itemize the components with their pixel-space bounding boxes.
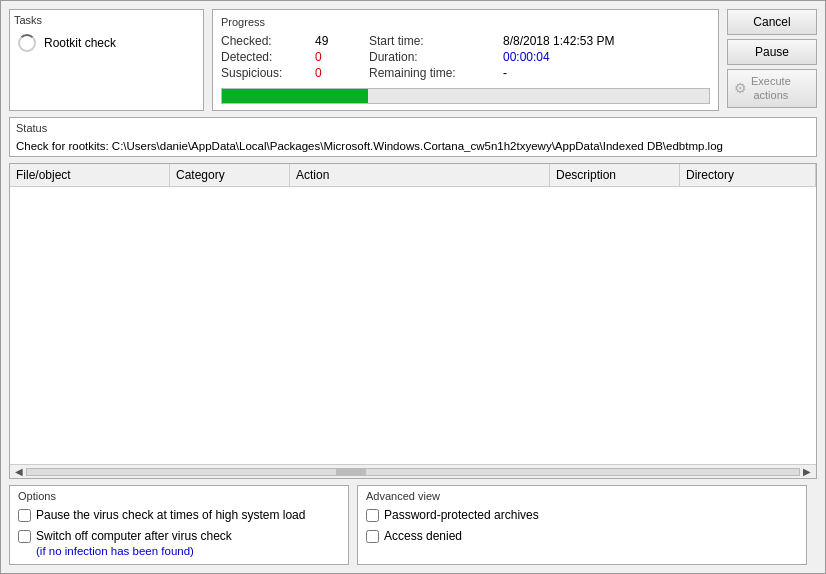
main-window: Tasks Rootkit check Progress Checked: 49…	[0, 0, 826, 574]
col-description: Description	[550, 164, 680, 186]
option-pause-checkbox[interactable]	[18, 509, 31, 522]
option-switchoff-sub: (if no infection has been found)	[36, 545, 194, 557]
detected-label: Detected:	[221, 50, 311, 64]
table-header: File/object Category Action Description …	[10, 164, 816, 187]
start-label: Start time:	[369, 34, 499, 48]
option-pause-label: Pause the virus check at times of high s…	[36, 508, 305, 524]
scroll-right-icon[interactable]: ▶	[800, 466, 814, 477]
top-section: Tasks Rootkit check Progress Checked: 49…	[9, 9, 817, 111]
table-section: File/object Category Action Description …	[9, 163, 817, 479]
buttons-panel: Cancel Pause ⚙ Executeactions	[727, 9, 817, 111]
progress-grid: Checked: 49 Start time: 8/8/2018 1:42:53…	[221, 34, 710, 80]
advanced-archives-checkbox[interactable]	[366, 509, 379, 522]
col-file: File/object	[10, 164, 170, 186]
advanced-archives-row: Password-protected archives	[366, 508, 798, 524]
scroll-track[interactable]	[26, 468, 800, 476]
bottom-section: Options Pause the virus check at times o…	[9, 485, 817, 565]
remaining-value: -	[503, 66, 710, 80]
progress-panel: Progress Checked: 49 Start time: 8/8/201…	[212, 9, 719, 111]
task-name: Rootkit check	[44, 36, 116, 50]
task-spinner-icon	[18, 34, 36, 52]
col-action: Action	[290, 164, 550, 186]
execute-actions-button[interactable]: ⚙ Executeactions	[727, 69, 817, 108]
advanced-archives-label: Password-protected archives	[384, 508, 539, 524]
remaining-label: Remaining time:	[369, 66, 499, 80]
option-switchoff-row: Switch off computer after virus check (i…	[18, 529, 340, 560]
pause-button[interactable]: Pause	[727, 39, 817, 65]
status-label: Status	[16, 122, 810, 134]
option-pause-row: Pause the virus check at times of high s…	[18, 508, 340, 524]
detected-value: 0	[315, 50, 365, 64]
table-body	[10, 187, 816, 464]
option-switchoff-checkbox[interactable]	[18, 530, 31, 543]
tasks-label: Tasks	[14, 14, 199, 26]
start-value: 8/8/2018 1:42:53 PM	[503, 34, 710, 48]
cancel-button[interactable]: Cancel	[727, 9, 817, 35]
col-category: Category	[170, 164, 290, 186]
progress-bar-fill	[222, 89, 368, 103]
advanced-label: Advanced view	[366, 490, 798, 502]
col-directory: Directory	[680, 164, 816, 186]
options-label: Options	[18, 490, 340, 502]
progress-bar	[221, 88, 710, 104]
suspicious-label: Suspicious:	[221, 66, 311, 80]
suspicious-value: 0	[315, 66, 365, 80]
scroll-left-icon[interactable]: ◀	[12, 466, 26, 477]
horizontal-scrollbar[interactable]: ◀ ▶	[10, 464, 816, 478]
advanced-access-checkbox[interactable]	[366, 530, 379, 543]
status-section: Status Check for rootkits: C:\Users\dani…	[9, 117, 817, 157]
status-path: Check for rootkits: C:\Users\danie\AppDa…	[16, 140, 810, 152]
execute-label: Executeactions	[751, 74, 791, 103]
task-item: Rootkit check	[14, 32, 199, 54]
options-panel: Options Pause the virus check at times o…	[9, 485, 349, 565]
duration-value: 00:00:04	[503, 50, 710, 64]
resize-handle[interactable]: ⁢⁢	[815, 555, 817, 565]
gear-icon: ⚙	[734, 80, 747, 96]
advanced-access-row: Access denied	[366, 529, 798, 545]
tasks-panel: Tasks Rootkit check	[9, 9, 204, 111]
advanced-access-label: Access denied	[384, 529, 462, 545]
duration-label: Duration:	[369, 50, 499, 64]
advanced-panel: Advanced view Password-protected archive…	[357, 485, 807, 565]
checked-label: Checked:	[221, 34, 311, 48]
option-switchoff-label: Switch off computer after virus check (i…	[36, 529, 232, 560]
scroll-thumb[interactable]	[336, 469, 366, 475]
progress-label: Progress	[221, 16, 710, 28]
checked-value: 49	[315, 34, 365, 48]
